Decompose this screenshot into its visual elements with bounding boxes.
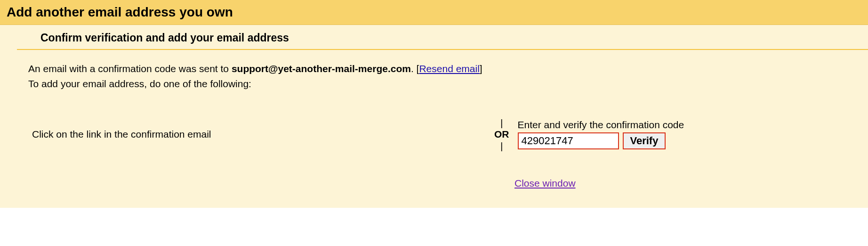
dialog-content: Confirm verification and add your email …	[0, 25, 868, 208]
section-title: Confirm verification and add your email …	[40, 32, 868, 44]
verify-row: Verify	[518, 132, 684, 149]
close-row: Close window	[28, 178, 868, 189]
resend-email-link[interactable]: Resend email	[419, 63, 479, 74]
info-line2: To add your email address, do one of the…	[28, 78, 251, 89]
info-text: An email with a confirmation code was se…	[28, 61, 868, 91]
dialog-title: Add another email address you own	[7, 5, 861, 20]
info-prefix: An email with a confirmation code was se…	[28, 63, 232, 74]
option-click-link: Click on the link in the confirmation em…	[28, 129, 494, 140]
or-label: OR	[494, 129, 509, 140]
dialog-header: Add another email address you own	[0, 0, 868, 25]
separator-pipe-top: |	[500, 117, 503, 129]
verify-button[interactable]: Verify	[623, 132, 666, 149]
target-email: support@yet-another-mail-merge.com	[232, 63, 411, 74]
confirmation-code-input[interactable]	[518, 132, 619, 149]
resend-bracket-close: ]	[480, 63, 482, 74]
info-suffix-dot: .	[411, 63, 417, 74]
options-row: Click on the link in the confirmation em…	[28, 117, 868, 152]
enter-code-label: Enter and verify the confirmation code	[518, 119, 684, 131]
or-separator: | OR |	[494, 117, 509, 152]
dialog-body: An email with a confirmation code was se…	[0, 50, 868, 208]
section-header: Confirm verification and add your email …	[17, 25, 868, 50]
separator-pipe-bottom: |	[500, 140, 503, 152]
option-enter-code: Enter and verify the confirmation code V…	[518, 119, 684, 149]
close-window-link[interactable]: Close window	[514, 178, 576, 189]
